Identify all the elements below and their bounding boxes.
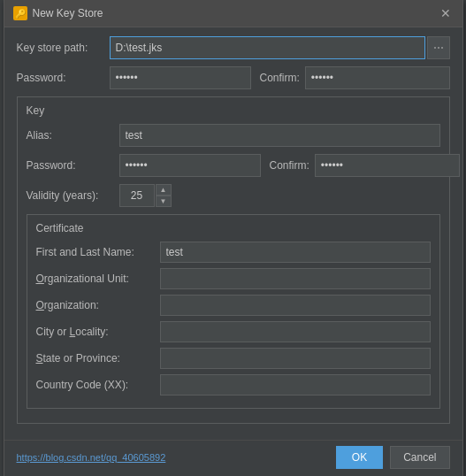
org-label-text: Organization: — [36, 299, 99, 311]
keystore-path-label: Key store path: — [17, 42, 110, 54]
org-unit-label-text: Organizational Unit: — [36, 273, 129, 285]
validity-down-button[interactable]: ▼ — [156, 196, 172, 207]
country-label: Country Code (XX): — [36, 379, 160, 391]
footer: https://blog.csdn.net/qq_40605892 OK Can… — [4, 440, 462, 476]
certificate-title: Certificate — [36, 222, 431, 234]
top-confirm-input[interactable] — [305, 66, 450, 89]
key-confirm-input[interactable] — [315, 154, 460, 177]
country-row: Country Code (XX): — [36, 374, 431, 395]
top-password-input[interactable] — [110, 66, 251, 89]
alias-input[interactable] — [119, 124, 440, 147]
org-row: Organization: — [36, 295, 431, 316]
key-icon: 🔑 — [13, 6, 27, 20]
org-input[interactable] — [160, 295, 431, 316]
org-unit-label: Organizational Unit: — [36, 273, 160, 285]
org-unit-input[interactable] — [160, 268, 431, 289]
folder-icon: ⋯ — [433, 42, 444, 54]
alias-label: Alias: — [27, 129, 119, 142]
validity-spinner: ▲ ▼ — [156, 184, 172, 207]
title-bar: 🔑 New Key Store ✕ — [4, 0, 462, 27]
key-password-label: Password: — [27, 159, 119, 172]
dialog-window: 🔑 New Key Store ✕ Key store path: ⋯ Pass… — [4, 0, 463, 476]
key-confirm-label: Confirm: — [270, 159, 309, 172]
city-input[interactable] — [160, 321, 431, 342]
cancel-button[interactable]: Cancel — [390, 446, 449, 469]
certificate-section: Certificate First and Last Name: Organiz… — [27, 214, 440, 409]
state-input[interactable] — [160, 348, 431, 369]
key-section-title: Key — [27, 104, 440, 117]
top-confirm-label: Confirm: — [260, 72, 300, 84]
top-password-label: Password: — [17, 72, 110, 84]
state-label: State or Province: — [36, 352, 160, 365]
ok-button[interactable]: OK — [336, 446, 383, 469]
validity-row: Validity (years): ▲ ▼ — [27, 184, 440, 207]
key-password-row: Password: Confirm: — [27, 154, 440, 177]
city-label: City or Locality: — [36, 326, 160, 338]
validity-input[interactable] — [119, 184, 155, 207]
top-password-row: Password: Confirm: — [17, 66, 450, 89]
key-password-input[interactable] — [119, 154, 261, 177]
first-last-input[interactable] — [160, 242, 431, 263]
validity-label: Validity (years): — [27, 189, 119, 202]
city-label-text: City or Locality: — [36, 326, 109, 338]
title-bar-left: 🔑 New Key Store — [13, 6, 103, 20]
keystore-path-input[interactable] — [110, 36, 425, 59]
first-last-row: First and Last Name: — [36, 242, 431, 263]
close-button[interactable]: ✕ — [438, 5, 454, 21]
keystore-path-row: Key store path: ⋯ — [17, 36, 450, 59]
dialog-body: Key store path: ⋯ Password: Confirm: Key… — [4, 27, 462, 440]
footer-url[interactable]: https://blog.csdn.net/qq_40605892 — [17, 452, 329, 463]
city-row: City or Locality: — [36, 321, 431, 342]
country-input[interactable] — [160, 374, 431, 395]
state-label-text: State or Province: — [36, 352, 120, 365]
org-label: Organization: — [36, 299, 160, 311]
state-row: State or Province: — [36, 348, 431, 369]
alias-row: Alias: — [27, 124, 440, 147]
browse-folder-button[interactable]: ⋯ — [427, 36, 450, 59]
first-last-label: First and Last Name: — [36, 246, 160, 258]
country-label-text: Country Code (XX): — [36, 379, 129, 391]
validity-up-button[interactable]: ▲ — [156, 184, 172, 196]
key-section: Key Alias: Password: Confirm: Validity (… — [17, 96, 450, 424]
dialog-title: New Key Store — [33, 7, 103, 19]
org-unit-row: Organizational Unit: — [36, 268, 431, 289]
first-last-label-text: First and Last Name: — [36, 246, 134, 258]
